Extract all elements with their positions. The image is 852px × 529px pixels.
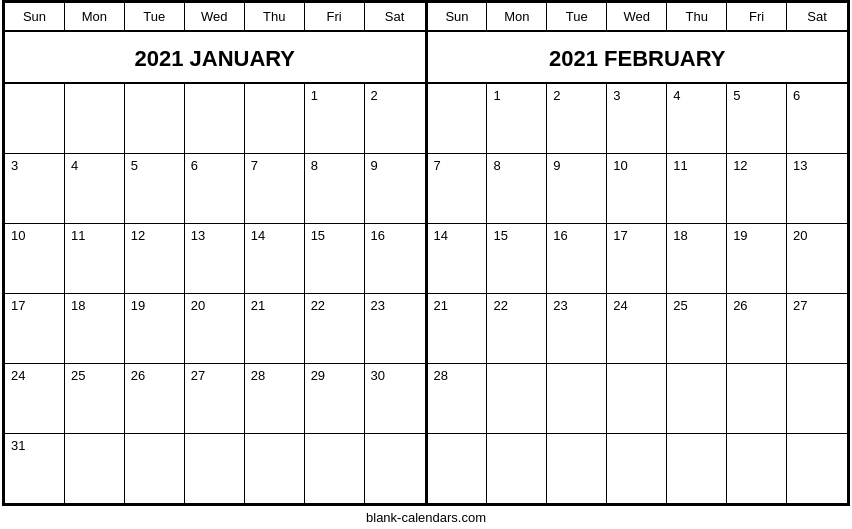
day-cell — [245, 434, 305, 503]
day-cell — [305, 434, 365, 503]
day-cell: 8 — [305, 154, 365, 223]
day-cell: 2 — [365, 84, 425, 153]
day-cell — [547, 434, 607, 503]
day-cell: 3 — [5, 154, 65, 223]
day-cell: 10 — [5, 224, 65, 293]
day-cell — [245, 84, 305, 153]
day-cell: 18 — [65, 294, 125, 363]
day-cell: 23 — [547, 294, 607, 363]
day-cell: 15 — [305, 224, 365, 293]
day-cell — [607, 434, 667, 503]
day-cell — [428, 84, 488, 153]
day-cell: 31 — [5, 434, 65, 503]
day-cell: 17 — [5, 294, 65, 363]
day-header-sun: Sun — [428, 3, 488, 30]
day-cell — [667, 434, 727, 503]
day-header-fri: Fri — [727, 3, 787, 30]
day-cell: 16 — [547, 224, 607, 293]
day-cell: 29 — [305, 364, 365, 433]
day-cell — [428, 434, 488, 503]
day-cell: 1 — [487, 84, 547, 153]
day-cell: 26 — [125, 364, 185, 433]
week-row-5 — [428, 434, 848, 503]
day-cell: 10 — [607, 154, 667, 223]
day-cell — [185, 84, 245, 153]
day-header-thu: Thu — [245, 3, 305, 30]
day-cell: 2 — [547, 84, 607, 153]
day-cell: 9 — [547, 154, 607, 223]
day-cell: 24 — [5, 364, 65, 433]
footer-text: blank-calendars.com — [366, 510, 486, 525]
day-cell — [487, 434, 547, 503]
day-cell: 14 — [428, 224, 488, 293]
day-cell: 21 — [428, 294, 488, 363]
footer: blank-calendars.com — [366, 506, 486, 529]
day-header-tue: Tue — [125, 3, 185, 30]
day-cell — [487, 364, 547, 433]
day-cell: 1 — [305, 84, 365, 153]
week-row-3: 21222324252627 — [428, 294, 848, 364]
day-headers-february: SunMonTueWedThuFriSat — [428, 3, 848, 32]
day-cell: 7 — [428, 154, 488, 223]
week-row-0: 12 — [5, 84, 425, 154]
day-cell: 7 — [245, 154, 305, 223]
day-cell: 11 — [667, 154, 727, 223]
day-cell — [365, 434, 425, 503]
weeks-grid-february: 1234567891011121314151617181920212223242… — [428, 84, 848, 503]
day-cell: 9 — [365, 154, 425, 223]
day-cell: 12 — [727, 154, 787, 223]
day-cell: 18 — [667, 224, 727, 293]
day-cell — [5, 84, 65, 153]
day-header-mon: Mon — [65, 3, 125, 30]
day-cell: 27 — [787, 294, 847, 363]
week-row-2: 14151617181920 — [428, 224, 848, 294]
day-header-mon: Mon — [487, 3, 547, 30]
day-cell: 3 — [607, 84, 667, 153]
day-cell — [65, 434, 125, 503]
week-row-0: 123456 — [428, 84, 848, 154]
month-title-january: 2021 JANUARY — [5, 32, 425, 84]
week-row-4: 24252627282930 — [5, 364, 425, 434]
day-headers-january: SunMonTueWedThuFriSat — [5, 3, 425, 32]
day-cell: 4 — [667, 84, 727, 153]
calendar-january: SunMonTueWedThuFriSat2021 JANUARY1234567… — [4, 2, 427, 504]
day-cell: 25 — [65, 364, 125, 433]
day-cell — [667, 364, 727, 433]
day-header-sat: Sat — [365, 3, 425, 30]
day-cell: 21 — [245, 294, 305, 363]
day-cell: 19 — [125, 294, 185, 363]
day-cell — [65, 84, 125, 153]
day-cell: 12 — [125, 224, 185, 293]
day-cell — [125, 84, 185, 153]
day-header-sun: Sun — [5, 3, 65, 30]
day-cell — [607, 364, 667, 433]
day-cell — [547, 364, 607, 433]
day-cell: 15 — [487, 224, 547, 293]
day-cell: 27 — [185, 364, 245, 433]
day-cell: 6 — [185, 154, 245, 223]
month-title-february: 2021 FEBRUARY — [428, 32, 848, 84]
week-row-1: 3456789 — [5, 154, 425, 224]
day-cell: 24 — [607, 294, 667, 363]
day-cell: 23 — [365, 294, 425, 363]
day-header-wed: Wed — [185, 3, 245, 30]
day-cell: 13 — [185, 224, 245, 293]
day-cell: 22 — [487, 294, 547, 363]
day-cell: 16 — [365, 224, 425, 293]
day-cell: 28 — [245, 364, 305, 433]
day-cell — [727, 364, 787, 433]
day-cell: 19 — [727, 224, 787, 293]
day-cell: 13 — [787, 154, 847, 223]
day-header-wed: Wed — [607, 3, 667, 30]
day-cell: 22 — [305, 294, 365, 363]
day-cell — [787, 364, 847, 433]
calendars-wrapper: SunMonTueWedThuFriSat2021 JANUARY1234567… — [0, 0, 852, 529]
day-cell: 30 — [365, 364, 425, 433]
day-header-thu: Thu — [667, 3, 727, 30]
day-cell: 5 — [125, 154, 185, 223]
day-cell — [185, 434, 245, 503]
week-row-5: 31 — [5, 434, 425, 503]
week-row-4: 28 — [428, 364, 848, 434]
day-cell — [727, 434, 787, 503]
day-cell: 11 — [65, 224, 125, 293]
